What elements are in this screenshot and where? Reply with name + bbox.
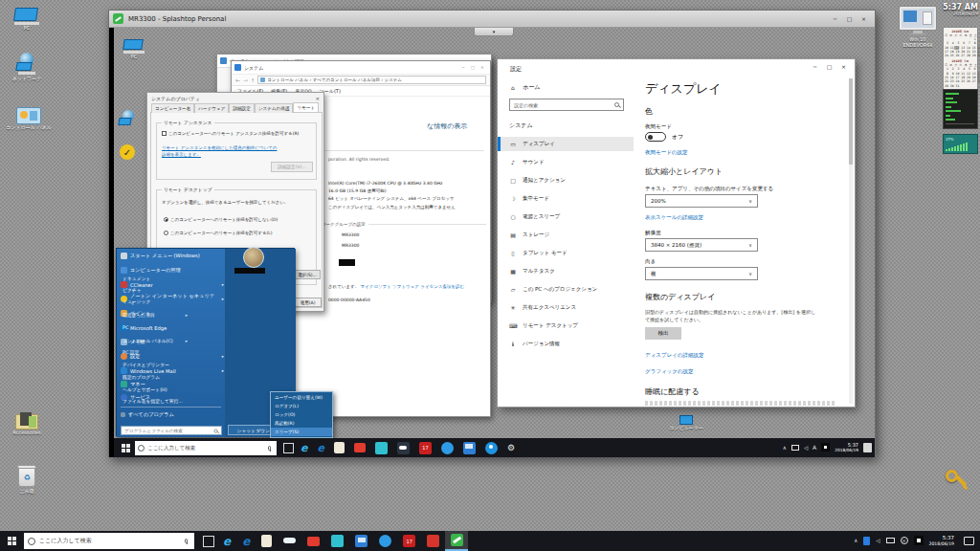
start-item-control-panel[interactable]: コントロール パネル(C)▸ bbox=[122, 338, 188, 343]
sidebar-item-tablet[interactable]: ▯タブレット モード bbox=[509, 246, 634, 260]
clock-time[interactable]: 5:37 bbox=[929, 535, 954, 541]
power-switch-user[interactable]: ユーザーの切り替え(W) bbox=[271, 393, 332, 402]
tray-chevron-up-icon[interactable]: ∧ bbox=[783, 445, 787, 451]
red-char-app-icon[interactable] bbox=[427, 535, 439, 547]
close-icon[interactable]: × bbox=[478, 65, 487, 70]
tray-ime-letter[interactable]: A bbox=[813, 444, 816, 451]
minimize-icon[interactable]: ─ bbox=[828, 15, 842, 22]
network-display-icon[interactable] bbox=[886, 538, 895, 543]
start-item-start-menu-windows[interactable]: スタート メニュー (Windows) bbox=[121, 250, 224, 262]
splashtop-toolbar-tab[interactable]: ▾ bbox=[474, 28, 514, 36]
power-logoff[interactable]: ログオフ(L) bbox=[271, 402, 332, 410]
tray-speaker-icon[interactable]: ◁ bbox=[804, 445, 808, 451]
sidebar-item-storage[interactable]: ▤ストレージ bbox=[509, 228, 634, 242]
desktop-icon-accessories[interactable]: Accessories bbox=[6, 412, 48, 435]
close-icon[interactable]: × bbox=[836, 63, 851, 70]
breadcrumb[interactable]: コントロール パネル › すべてのコントロール パネル項目 › システム bbox=[257, 76, 486, 84]
bluetooth-icon[interactable] bbox=[863, 537, 870, 545]
sidebar-item-multitask[interactable]: ▦マルチタスク bbox=[509, 264, 634, 278]
action-center-icon[interactable] bbox=[964, 537, 974, 545]
blue-monitor-app-icon[interactable] bbox=[355, 535, 368, 547]
deny-connections-radio[interactable]: このコンピューターへのリモート接続を許可しない(D) bbox=[164, 217, 278, 222]
red-app-icon[interactable] bbox=[354, 443, 366, 452]
notification-icon[interactable] bbox=[863, 443, 872, 452]
cyan-app-icon[interactable] bbox=[375, 442, 388, 454]
sidebar-item-shared[interactable]: ✳共有エクスペリエンス bbox=[509, 300, 634, 315]
key-icon[interactable] bbox=[946, 470, 970, 495]
store-icon[interactable] bbox=[261, 535, 272, 547]
advanced-display-link[interactable]: ディスプレイの詳細設定 bbox=[645, 352, 703, 359]
people-app-icon[interactable] bbox=[485, 442, 498, 454]
detect-button[interactable]: 検出 bbox=[645, 327, 681, 340]
calendar-17-app-icon[interactable]: 17 bbox=[419, 442, 432, 454]
tray-chevron-up-icon[interactable]: ∧ bbox=[854, 538, 858, 543]
taskbar-search-input[interactable]: ここに入力して検索 bbox=[135, 441, 277, 455]
license-link[interactable]: マイクロソフト ソフトウェア ライセンス条項を読む bbox=[361, 284, 464, 289]
night-mode-link[interactable]: 夜間モードの設定 bbox=[645, 149, 687, 156]
calendar-17-app-icon[interactable]: 17 bbox=[403, 535, 415, 547]
power-lock[interactable]: ロック(O) bbox=[271, 410, 332, 419]
sidebar-item-about[interactable]: ℹバージョン情報 bbox=[509, 337, 634, 351]
start-item-music[interactable]: ミュージック bbox=[122, 298, 188, 304]
close-icon[interactable]: × bbox=[857, 15, 871, 22]
advanced-settings-button[interactable]: 詳細設定(V)... bbox=[271, 162, 313, 172]
tab-remote[interactable]: リモート bbox=[293, 102, 319, 112]
settings-home[interactable]: ⌂ ホーム bbox=[509, 83, 540, 92]
remote-icon-computer[interactable]: コンピューター bbox=[662, 415, 710, 430]
night-mode-toggle[interactable]: オフ bbox=[645, 132, 683, 142]
blue-monitor-app-icon[interactable] bbox=[463, 442, 476, 454]
task-view-icon[interactable] bbox=[283, 443, 294, 453]
sidebar-item-projection[interactable]: ▱この PC へのプロジェクション bbox=[509, 282, 634, 297]
start-item-recent[interactable]: 最近使った項目▸ bbox=[122, 312, 188, 318]
maximize-icon[interactable]: ▢ bbox=[468, 65, 478, 70]
select-users-button[interactable]: 選択(S)... bbox=[294, 270, 321, 279]
remote-icon-check[interactable]: ✓ bbox=[120, 144, 139, 162]
close-icon[interactable]: × bbox=[315, 96, 320, 101]
ie-icon[interactable]: e bbox=[301, 442, 307, 454]
remote-assistance-checkbox[interactable]: このコンピューターへのリモート アシスタンス接続を許可する(R) bbox=[162, 131, 299, 136]
error-circle-icon[interactable]: × bbox=[901, 537, 908, 544]
ie-icon[interactable]: e bbox=[223, 535, 231, 548]
desktop-icon-recycle-bin[interactable]: ♻ ごみ箱 bbox=[6, 465, 48, 494]
sidebar-item-focus[interactable]: ☽集中モード bbox=[509, 191, 634, 206]
blue-round-app-icon[interactable] bbox=[379, 535, 391, 547]
start-item-devices-printers[interactable]: デバイスとプリンター bbox=[122, 362, 188, 367]
clock-date[interactable]: 2018/06/19 bbox=[929, 541, 954, 547]
blue-round-app-icon[interactable] bbox=[441, 442, 454, 454]
allow-connections-radio[interactable]: このコンピューターへのリモート接続を許可する(L) bbox=[164, 231, 273, 235]
start-item-pc-settings[interactable]: PC 設定 bbox=[122, 349, 188, 355]
settings-search-input[interactable]: 設定の検索 bbox=[509, 99, 624, 111]
edge-icon[interactable]: e bbox=[242, 535, 250, 548]
minimize-icon[interactable]: ─ bbox=[808, 63, 822, 70]
resolution-dropdown[interactable]: 3840 × 2160 (推奨)∨ bbox=[645, 238, 758, 252]
start-item-pictures[interactable]: ピクチャ bbox=[122, 287, 188, 293]
gear-icon[interactable]: ⚙ bbox=[507, 443, 515, 452]
tray-ime-icon[interactable] bbox=[821, 443, 830, 452]
desktop-icon-network[interactable]: ネットワーク bbox=[6, 53, 48, 81]
forward-icon[interactable]: → bbox=[243, 77, 248, 83]
start-search-input[interactable]: プログラムとファイルの検索 bbox=[121, 426, 222, 435]
tray-monitor-icon[interactable] bbox=[791, 445, 799, 451]
remote-icon-pc[interactable]: PC bbox=[119, 39, 149, 59]
maximize-icon[interactable]: ▢ bbox=[842, 15, 857, 22]
scrollbar[interactable] bbox=[849, 78, 853, 404]
desktop-icon-pc[interactable]: PC bbox=[6, 8, 48, 31]
start-button[interactable] bbox=[8, 537, 16, 545]
splashtop-titlebar[interactable]: MR3300 - Splashtop Personal ─ ▢ × bbox=[109, 11, 875, 28]
orientation-dropdown[interactable]: 横∨ bbox=[645, 267, 758, 280]
system-titlebar[interactable]: システム ─ ▢ × bbox=[232, 61, 490, 74]
cloud-app-icon[interactable] bbox=[397, 442, 410, 454]
tab-hardware[interactable]: ハードウェア bbox=[194, 103, 229, 113]
start-item-default-programs[interactable]: 既定のプログラム bbox=[122, 374, 188, 380]
tab-protection[interactable]: システムの保護 bbox=[255, 103, 294, 113]
tab-advanced[interactable]: 詳細設定 bbox=[229, 103, 254, 113]
task-view-icon[interactable] bbox=[203, 536, 214, 547]
start-item-all-programs[interactable]: すべてのプログラム bbox=[121, 408, 224, 421]
user-avatar[interactable] bbox=[243, 247, 264, 268]
sidebar-item-notifications[interactable]: ▢通知とアクション bbox=[509, 173, 634, 187]
power-restart[interactable]: 再起動(R) bbox=[271, 419, 332, 428]
apply-button[interactable]: 適用(A) bbox=[294, 298, 322, 307]
start-button[interactable] bbox=[122, 444, 130, 452]
speaker-icon[interactable]: ◁ bbox=[876, 538, 880, 543]
cyan-app-icon[interactable] bbox=[331, 535, 344, 547]
